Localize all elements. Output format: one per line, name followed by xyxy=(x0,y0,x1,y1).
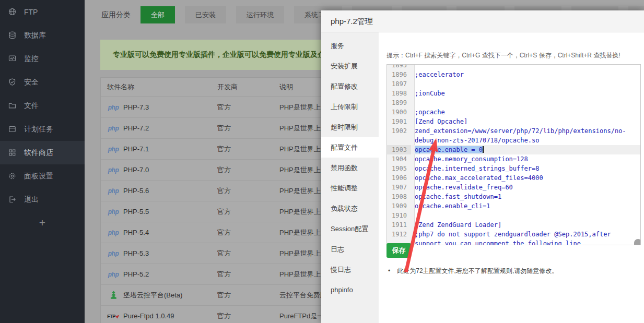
sidebar-item-文件[interactable]: 文件 xyxy=(0,94,85,117)
modal-menu-item-慢日志[interactable]: 慢日志 xyxy=(321,259,379,280)
modal-menu-item-配置修改[interactable]: 配置修改 xyxy=(321,76,379,97)
line-text: ;opcache xyxy=(411,107,640,117)
modal-menu-item-安装扩展[interactable]: 安装扩展 xyxy=(321,56,379,76)
code-line-1897[interactable]: 1897 xyxy=(387,79,640,89)
code-line-1902[interactable]: 1902zend_extension=/www/server/php/72/li… xyxy=(387,126,640,145)
software-vendor: 官方 xyxy=(217,228,279,237)
category-tab-运行环境[interactable]: 运行环境 xyxy=(236,6,284,23)
code-line-1898[interactable]: 1898;ionCube xyxy=(387,89,640,98)
add-menu-button[interactable]: + xyxy=(0,217,85,229)
sidebar-item-数据库[interactable]: 数据库 xyxy=(0,23,85,47)
line-number: 1908 xyxy=(387,192,411,201)
sidebar-item-label: FTP xyxy=(24,8,38,16)
database-icon xyxy=(8,31,17,40)
sidebar-item-label: 软件商店 xyxy=(24,148,53,158)
sidebar: FTP数据库监控安全文件计划任务软件商店面板设置退出 + xyxy=(0,0,85,323)
modal-header: php-7.2管理 xyxy=(321,10,644,32)
code-line-1911[interactable]: 1911[Zend ZendGuard Loader] xyxy=(387,220,640,230)
sidebar-item-label: 文件 xyxy=(24,101,39,111)
category-label: 应用分类 xyxy=(101,10,131,20)
line-number: 1909 xyxy=(387,201,411,211)
line-number: 1897 xyxy=(387,79,411,89)
software-name: PHP-7.0 xyxy=(123,166,149,174)
modal-menu-item-禁用函数[interactable]: 禁用函数 xyxy=(321,158,379,178)
code-line-1895[interactable]: 1895 xyxy=(387,64,640,70)
line-text: ;php7 do not support zendguardloader @Se… xyxy=(411,230,640,245)
line-text xyxy=(411,98,640,107)
code-line-1907[interactable]: 1907opcache.revalidate_freq=60 xyxy=(387,183,640,192)
software-vendor: 官方 xyxy=(217,291,279,300)
modal-menu-item-服务[interactable]: 服务 xyxy=(321,35,379,56)
shield-icon xyxy=(8,78,17,87)
line-text: opcache.max_accelerated_files=4000 xyxy=(411,173,640,183)
sidebar-item-退出[interactable]: 退出 xyxy=(0,188,85,211)
column-header-name: 软件名称 xyxy=(101,82,217,92)
line-text: [Zend ZendGuard Loader] xyxy=(411,220,640,230)
sidebar-item-安全[interactable]: 安全 xyxy=(0,70,85,94)
sidebar-item-label: 安全 xyxy=(24,78,39,87)
config-note: •此处为72主配置文件,若您不了解配置规则,请勿随意修改。 xyxy=(388,267,558,276)
modal-menu-item-日志[interactable]: 日志 xyxy=(321,239,379,259)
sidebar-item-label: 数据库 xyxy=(24,31,46,40)
code-line-1904[interactable]: 1904opcache.memory_consumption=128 xyxy=(387,154,640,164)
grid-icon xyxy=(8,148,17,157)
line-number: 1899 xyxy=(387,98,411,107)
calendar-icon xyxy=(8,125,17,134)
modal-menu-item-上传限制[interactable]: 上传限制 xyxy=(321,97,379,117)
sidebar-item-监控[interactable]: 监控 xyxy=(0,47,85,70)
code-line-1912[interactable]: 1912;php7 do not support zendguardloader… xyxy=(387,230,640,245)
text-cursor xyxy=(483,146,484,153)
sidebar-item-FTP[interactable]: FTP xyxy=(0,0,85,23)
software-name: PHP-7.2 xyxy=(123,124,149,132)
line-text xyxy=(411,64,640,70)
modal-menu-item-性能调整[interactable]: 性能调整 xyxy=(321,178,379,198)
code-line-1899[interactable]: 1899 xyxy=(387,98,640,107)
code-line-1903[interactable]: 1903opcache.enable = 0 xyxy=(387,145,640,154)
modal-menu-item-phpinfo[interactable]: phpinfo xyxy=(321,280,379,300)
line-text xyxy=(411,211,640,220)
code-line-1896[interactable]: 1896;eaccelerator xyxy=(387,70,640,79)
line-number: 1903 xyxy=(387,145,411,154)
modal-menu-item-超时限制[interactable]: 超时限制 xyxy=(321,117,379,137)
software-name: PHP-7.1 xyxy=(123,145,149,153)
php-manage-modal: php-7.2管理 服务安装扩展配置修改上传限制超时限制配置文件禁用函数性能调整… xyxy=(321,10,644,323)
code-line-1910[interactable]: 1910 xyxy=(387,211,640,220)
software-vendor: 官方 xyxy=(217,312,279,321)
category-tab-全部[interactable]: 全部 xyxy=(140,6,175,23)
php-icon: php xyxy=(107,166,120,174)
line-number: 1898 xyxy=(387,89,411,98)
category-tab-已安装[interactable]: 已安装 xyxy=(185,6,226,23)
code-line-1900[interactable]: 1900;opcache xyxy=(387,107,640,117)
php-icon: php xyxy=(107,229,120,236)
code-line-1905[interactable]: 1905opcache.interned_strings_buffer=8 xyxy=(387,164,640,173)
software-vendor: 官方 xyxy=(217,103,279,112)
line-text: ;ionCube xyxy=(411,89,640,98)
scrollbar-thumb[interactable] xyxy=(634,239,641,245)
modal-menu-item-Session配置[interactable]: Session配置 xyxy=(321,219,379,239)
line-number: 1905 xyxy=(387,164,411,173)
folder-icon xyxy=(8,101,17,110)
line-text: opcache.revalidate_freq=60 xyxy=(411,183,640,192)
sidebar-item-面板设置[interactable]: 面板设置 xyxy=(0,164,85,188)
line-number: 1901 xyxy=(387,117,411,126)
software-name: Pure-Ftpd 1.0.49 xyxy=(123,312,174,320)
modal-title: php-7.2管理 xyxy=(331,17,373,26)
line-text: ;eaccelerator xyxy=(411,70,640,79)
line-number: 1912 xyxy=(387,230,411,239)
modal-menu-item-负载状态[interactable]: 负载状态 xyxy=(321,198,379,219)
php-icon: php xyxy=(107,146,120,153)
modal-menu-item-配置文件[interactable]: 配置文件 xyxy=(321,137,379,158)
code-line-1906[interactable]: 1906opcache.max_accelerated_files=4000 xyxy=(387,173,640,183)
editor-lines: 1895 1896;eaccelerator1897 1898;ionCube1… xyxy=(387,64,640,245)
sidebar-item-软件商店[interactable]: 软件商店 xyxy=(0,141,85,164)
code-line-1901[interactable]: 1901[Zend Opcache] xyxy=(387,117,640,126)
code-line-1908[interactable]: 1908opcache.fast_shutdown=1 xyxy=(387,192,640,201)
sidebar-item-label: 退出 xyxy=(24,195,39,205)
config-file-editor[interactable]: 1895 1896;eaccelerator1897 1898;ionCube1… xyxy=(387,64,641,245)
save-button[interactable]: 保存 xyxy=(387,243,411,258)
code-line-1909[interactable]: 1909opcache.enable_cli=1 xyxy=(387,201,640,211)
sidebar-item-计划任务[interactable]: 计划任务 xyxy=(0,117,85,141)
software-vendor: 官方 xyxy=(217,249,279,258)
modal-menu: 服务安装扩展配置修改上传限制超时限制配置文件禁用函数性能调整负载状态Sessio… xyxy=(321,32,379,323)
pureftpd-icon: FTP xyxy=(107,314,120,319)
